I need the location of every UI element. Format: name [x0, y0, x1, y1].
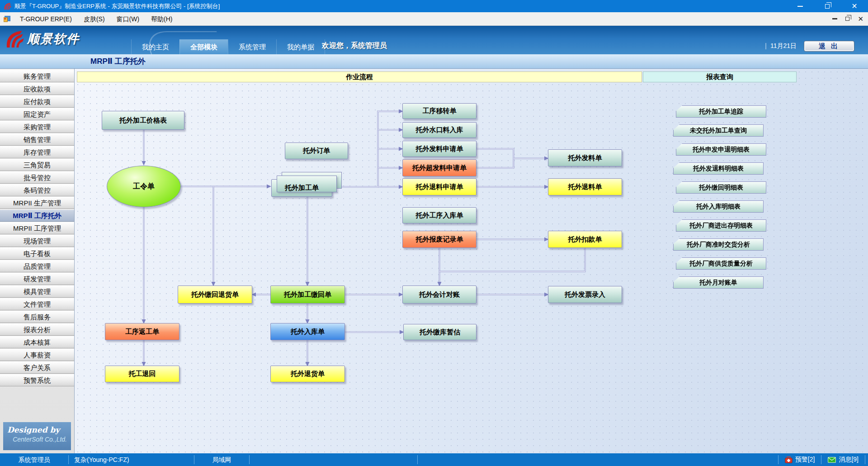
flow-node[interactable]: 托外退料申请单	[402, 178, 476, 195]
menu-item-s[interactable]: 皮肤(S)	[78, 12, 111, 26]
status-segment: 系统管理员	[0, 455, 69, 464]
minimize-icon	[797, 6, 803, 7]
report-button[interactable]: 托外厂商供货质量分析	[676, 257, 766, 270]
flow-node[interactable]: 托工退回	[105, 366, 179, 382]
flow-node[interactable]: 托外发料申请单	[402, 141, 476, 157]
tab-4[interactable]: 我的单据	[276, 39, 325, 54]
welcome-text: 欢迎您，系统管理员	[322, 41, 387, 51]
flow-node[interactable]: 托外订单	[285, 143, 348, 159]
sidebar-item[interactable]: 电子看板	[0, 247, 74, 260]
messages-label: 消息[9]	[839, 456, 859, 464]
window-controls: ✕	[787, 0, 868, 12]
sidebar-item[interactable]: 批号管控	[0, 171, 74, 184]
report-button[interactable]: 托外入库明细表	[673, 200, 764, 213]
sidebar-item[interactable]: 预警系统	[0, 374, 74, 386]
flow-node[interactable]: 工序返工单	[105, 323, 179, 340]
sidebar-item[interactable]: 应收款项	[0, 83, 74, 95]
sidebar-item[interactable]: 三角贸易	[0, 159, 74, 171]
tab-1[interactable]: 我的主页	[131, 39, 179, 54]
report-button[interactable]: 托外厂商进出存明细表	[676, 219, 766, 232]
flow-node[interactable]: 托外超发料申请单	[402, 159, 476, 176]
mdi-restore-icon[interactable]	[845, 17, 849, 21]
current-date: |11月21日	[765, 42, 797, 50]
exit-button[interactable]: 退 出	[804, 41, 854, 52]
flow-node[interactable]: 托外工序入库单	[402, 207, 476, 223]
status-divider	[865, 455, 865, 464]
flow-section-header: 作业流程	[77, 71, 642, 82]
flow-node[interactable]: 托外缴库暂估	[403, 324, 476, 340]
window-title: 顺景『T-GROUP』制造业ERP系统 - 东莞顺景软件科技有限公司 - [系统…	[14, 2, 787, 10]
report-button[interactable]: 托外月对账单	[673, 276, 764, 289]
report-button[interactable]: 托外加工单追踪	[676, 105, 766, 118]
status-segment: 局域网	[194, 455, 250, 464]
app-header: 顺景软件 我的主页全部模块系统管理我的单据 欢迎您，系统管理员 |11月21日 …	[0, 26, 868, 54]
brand-swoosh-icon	[5, 29, 24, 48]
menu-item-w[interactable]: 窗口(W)	[111, 12, 146, 26]
sidebar-item[interactable]: 成本核算	[0, 336, 74, 348]
menu-bar: T-GROUP ERP(E)皮肤(S)窗口(W)帮助(H) ✕	[0, 12, 868, 26]
message-envelope-icon	[828, 457, 836, 463]
flow-node[interactable]: 工令单	[107, 166, 181, 207]
mdi-minimize-icon[interactable]	[832, 18, 837, 19]
sidebar-item[interactable]: 应付款项	[0, 95, 74, 108]
flow-node[interactable]: 托外退料单	[548, 178, 622, 195]
flow-node[interactable]: 托外发料单	[548, 149, 622, 166]
sidebar-item[interactable]: MRPII 工序管理	[0, 222, 74, 234]
sidebar-item[interactable]: 销售管理	[0, 133, 74, 146]
restore-button[interactable]	[814, 0, 841, 12]
menu-item-tgrouperpe[interactable]: T-GROUP ERP(E)	[14, 12, 78, 26]
tab-2[interactable]: 全部模块	[179, 39, 228, 54]
brand-name: 顺景软件	[27, 31, 80, 47]
erp-application-window: 顺景『T-GROUP』制造业ERP系统 - 东莞顺景软件科技有限公司 - [系统…	[0, 0, 868, 466]
report-button[interactable]: 托外厂商准时交货分析	[673, 238, 764, 251]
alerts-status[interactable]: 预警[2]	[778, 455, 821, 464]
sidebar-item[interactable]: 文件管理	[0, 298, 74, 310]
flow-node[interactable]: 托外报废记录单	[402, 231, 476, 248]
sidebar-item[interactable]: MRPII 生产管理	[0, 197, 74, 209]
window-titlebar: 顺景『T-GROUP』制造业ERP系统 - 东莞顺景软件科技有限公司 - [系统…	[0, 0, 868, 12]
flow-node[interactable]: 托外扣款单	[548, 231, 622, 248]
alerts-label: 预警[2]	[795, 456, 815, 464]
sidebar-item[interactable]: MRPⅡ 工序托外	[0, 209, 74, 222]
sidebar-item[interactable]: 固定资产	[0, 108, 74, 120]
flow-node[interactable]: 托外会计对账	[402, 285, 476, 304]
sidebar-item[interactable]: 售后服务	[0, 311, 74, 323]
menu-item-h[interactable]: 帮助(H)	[145, 12, 178, 26]
module-sidebar: 账务管理应收款项应付款项固定资产采购管理销售管理库存管理三角贸易批号管控条码管控…	[0, 69, 75, 453]
sidebar-item[interactable]: 人事薪资	[0, 349, 74, 361]
status-segment	[250, 455, 418, 464]
restore-icon	[825, 4, 830, 9]
sidebar-item[interactable]: 条码管控	[0, 184, 74, 196]
tab-3[interactable]: 系统管理	[228, 39, 276, 54]
flow-node[interactable]: 托外退货单	[270, 366, 345, 382]
flow-node[interactable]: 托外加工价格表	[102, 111, 184, 130]
report-button[interactable]: 未交托外加工单查询	[673, 124, 764, 137]
sidebar-item[interactable]: 现场管理	[0, 235, 74, 247]
flow-node[interactable]: 托外缴回退货单	[178, 285, 252, 304]
flow-node[interactable]: 托外水口料入库	[402, 122, 476, 138]
report-button[interactable]: 托外缴回明细表	[676, 181, 766, 194]
sidebar-item[interactable]: 研发管理	[0, 273, 74, 285]
sidebar-item[interactable]: 库存管理	[0, 146, 74, 158]
sidebar-item[interactable]: 账务管理	[0, 70, 74, 82]
flow-node[interactable]: 托外入库单	[270, 323, 345, 340]
close-icon: ✕	[851, 3, 857, 10]
report-button[interactable]: 托外发退料明细表	[673, 162, 764, 175]
minimize-button[interactable]	[787, 0, 814, 12]
messages-status[interactable]: 消息[9]	[821, 455, 865, 464]
sidebar-item[interactable]: 客户关系	[0, 361, 74, 374]
header-right: |11月21日 退 出	[765, 41, 854, 52]
nav-tabs: 我的主页全部模块系统管理我的单据	[131, 39, 325, 54]
flow-node[interactable]: 工序移转单	[402, 103, 476, 119]
mdi-close-icon[interactable]: ✕	[858, 15, 863, 22]
sidebar-item[interactable]: 采购管理	[0, 121, 74, 133]
flow-node[interactable]: 托外发票录入	[548, 286, 622, 303]
report-button[interactable]: 托外申发申退明细表	[676, 143, 766, 156]
flow-node[interactable]: 托外加工单	[271, 179, 332, 197]
sidebar-item[interactable]: 品质管理	[0, 260, 74, 272]
sidebar-item[interactable]: 模具管理	[0, 285, 74, 298]
sidebar-item[interactable]: 报表分析	[0, 323, 74, 336]
flow-node[interactable]: 托外加工缴回单	[270, 285, 345, 304]
close-button[interactable]: ✕	[841, 0, 868, 12]
brand-logo: 顺景软件	[5, 29, 80, 48]
